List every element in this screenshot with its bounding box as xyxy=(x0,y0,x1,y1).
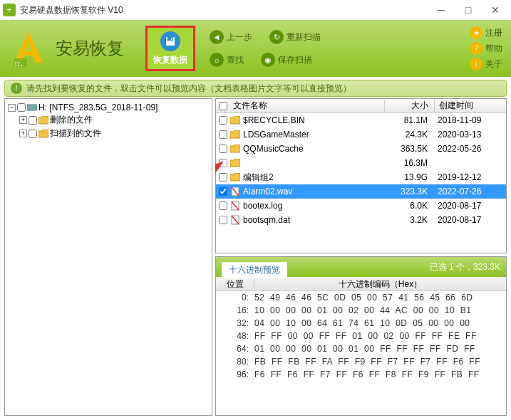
hex-row: 48:FF FF 00 00 FF FF 01 00 02 00 FF FF F… xyxy=(216,330,506,342)
svg-point-2 xyxy=(18,65,19,66)
help-icon: ? xyxy=(470,42,482,55)
col-time[interactable]: 创建时间 xyxy=(435,100,506,112)
file-row[interactable]: bootsqm.dat3.2K2020-08-17 xyxy=(216,213,506,227)
maximize-button[interactable]: □ xyxy=(461,3,475,17)
file-checkbox[interactable] xyxy=(219,216,227,224)
tree-checkbox[interactable] xyxy=(17,103,26,112)
app-window: + 安易硬盘数据恢复软件 V10 ─ □ ✕ 安易恢复 恢复数据 ◄ 上一步 xyxy=(0,0,511,420)
window-title: 安易硬盘数据恢复软件 V10 xyxy=(20,4,434,16)
hex-bytes: 04 00 10 00 64 61 74 61 10 0D 05 00 00 0… xyxy=(254,317,506,330)
file-row[interactable]: bootex.log6.0K2020-08-17 xyxy=(216,199,506,213)
expand-icon[interactable]: + xyxy=(19,130,27,137)
select-all-checkbox[interactable] xyxy=(219,102,227,110)
col-size[interactable]: 大小 xyxy=(385,100,435,112)
about-button[interactable]: i 关于 xyxy=(470,58,502,70)
file-time: 2022-05-26 xyxy=(433,144,505,154)
file-size: 16.3M xyxy=(383,158,433,168)
hex-bytes: FF FF 00 00 FF FF 01 00 02 00 FF FF FE F… xyxy=(254,330,506,342)
file-checkbox[interactable] xyxy=(219,116,227,125)
file-row[interactable]: LDSGameMaster24.3K2020-03-13 xyxy=(216,127,506,142)
folder-icon xyxy=(230,130,242,139)
file-size: 13.9G xyxy=(383,172,433,182)
logo-text: 安易恢复 xyxy=(56,37,124,60)
file-time: 2020-08-17 xyxy=(433,201,505,211)
tree-deleted[interactable]: + 删除的文件 xyxy=(8,113,209,127)
right-column: 文件名称 大小 创建时间 $RECYCLE.BIN81.1M2018-11-09… xyxy=(215,98,507,416)
folder-icon xyxy=(38,130,48,138)
expand-icon[interactable]: + xyxy=(19,116,27,124)
tree-checkbox[interactable] xyxy=(29,116,37,125)
hint-bar: ! 请先找到要恢复的文件，双击文件可以预览内容（文档表格图片文字等可以直接预览） xyxy=(4,80,507,97)
svg-point-4 xyxy=(15,62,16,63)
file-name: bootex.log xyxy=(243,201,383,211)
logo-area: 安易恢复 xyxy=(9,28,124,68)
file-name: LDSGameMaster xyxy=(243,130,383,140)
tree-root[interactable]: − H: [NTFS_283.5G_2018-11-09] xyxy=(8,102,209,113)
tree-panel: − H: [NTFS_283.5G_2018-11-09] + 删除的文件 + … xyxy=(4,98,212,416)
file-checkbox[interactable] xyxy=(219,187,227,196)
file-list[interactable]: $RECYCLE.BIN81.1M2018-11-09LDSGameMaster… xyxy=(216,113,506,253)
help-button[interactable]: ? 帮助 xyxy=(470,42,502,55)
save-scan-button[interactable]: ◉ 保存扫描 xyxy=(261,53,312,67)
file-icon xyxy=(230,201,242,211)
hex-offset: 0: xyxy=(216,291,254,304)
refresh-icon: ↻ xyxy=(269,30,284,44)
main-area: − H: [NTFS_283.5G_2018-11-09] + 删除的文件 + … xyxy=(0,98,511,420)
hex-bytes: 10 00 00 00 01 00 02 00 44 AC 00 00 10 B… xyxy=(254,304,506,317)
file-size: 6.0K xyxy=(383,201,433,211)
hex-col-pos: 位置 xyxy=(216,277,254,290)
tree-label: H: [NTFS_283.5G_2018-11-09] xyxy=(38,103,158,112)
file-time: 2019-12-12 xyxy=(433,172,505,182)
prev-button[interactable]: ◄ 上一步 xyxy=(210,30,252,44)
find-button[interactable]: ⌕ 查找 xyxy=(210,53,244,67)
file-row[interactable]: Alarm02.wav323.3K2022-07-26 xyxy=(216,184,506,199)
file-checkbox[interactable] xyxy=(219,173,227,182)
minimize-button[interactable]: ─ xyxy=(434,3,448,17)
file-time: 2020-08-17 xyxy=(433,215,505,225)
hex-grid[interactable]: 位置 十六进制编码（Hex） 0:52 49 46 46 5C 0D 05 00… xyxy=(216,277,506,415)
hex-tab[interactable]: 十六进制预览 xyxy=(222,262,287,278)
file-icon xyxy=(230,215,242,225)
file-checkbox[interactable] xyxy=(219,145,227,153)
file-row[interactable]: 16.3M xyxy=(216,156,506,170)
file-checkbox[interactable] xyxy=(219,130,227,139)
hex-bytes: FB FF FB FF FA FF F9 FF F7 FF F7 FF F6 F… xyxy=(254,355,506,368)
hex-offset: 48: xyxy=(216,330,254,342)
close-button[interactable]: ✕ xyxy=(488,3,502,17)
hex-bytes: 52 49 46 46 5C 0D 05 00 57 41 56 45 66 6… xyxy=(254,291,506,304)
rescan-button[interactable]: ↻ 重新扫描 xyxy=(269,30,321,44)
titlebar: + 安易硬盘数据恢复软件 V10 ─ □ ✕ xyxy=(0,0,511,20)
file-name: 编辑组2 xyxy=(243,172,383,184)
info-icon: i xyxy=(470,58,482,70)
key-icon: ★ xyxy=(470,26,482,39)
tree-scanned[interactable]: + 扫描到的文件 xyxy=(8,127,209,140)
file-row[interactable]: 编辑组213.9G2019-12-12 xyxy=(216,170,506,184)
file-checkbox[interactable] xyxy=(219,201,227,210)
hex-header: 十六进制预览 已选 1 个，323.3K xyxy=(216,257,506,277)
tree-checkbox[interactable] xyxy=(29,130,37,138)
hex-col-data: 十六进制编码（Hex） xyxy=(254,277,506,290)
svg-point-3 xyxy=(21,65,22,66)
file-size: 81.1M xyxy=(383,115,433,125)
collapse-icon[interactable]: − xyxy=(8,104,16,112)
folder-icon xyxy=(230,159,242,167)
recover-button[interactable]: 恢复数据 xyxy=(145,26,195,71)
disk-icon: ◉ xyxy=(261,53,275,67)
file-time: 2018-11-09 xyxy=(433,115,505,125)
file-row[interactable]: QQMusicCache363.5K2022-05-26 xyxy=(216,142,506,156)
search-icon: ⌕ xyxy=(210,53,224,67)
tree-label: 删除的文件 xyxy=(50,114,93,126)
hex-row: 96:F6 FF F6 FF F7 FF F6 FF F8 FF F9 FF F… xyxy=(216,368,506,381)
register-button[interactable]: ★ 注册 xyxy=(470,26,502,39)
file-checkbox[interactable] xyxy=(219,159,227,167)
file-time: 2020-03-13 xyxy=(433,130,505,140)
file-row[interactable]: $RECYCLE.BIN81.1M2018-11-09 xyxy=(216,113,506,127)
svg-rect-9 xyxy=(27,105,37,110)
svg-rect-8 xyxy=(171,38,172,40)
file-size: 363.5K xyxy=(383,144,433,154)
selection-status: 已选 1 个，323.3K xyxy=(430,261,500,273)
back-icon: ◄ xyxy=(210,30,224,44)
col-name[interactable]: 文件名称 xyxy=(230,100,385,112)
file-header: 文件名称 大小 创建时间 xyxy=(216,99,506,113)
toolbar: 安易恢复 恢复数据 ◄ 上一步 ↻ 重新扫描 ⌕ 查找 ◉ 保存扫描 xyxy=(0,20,511,77)
